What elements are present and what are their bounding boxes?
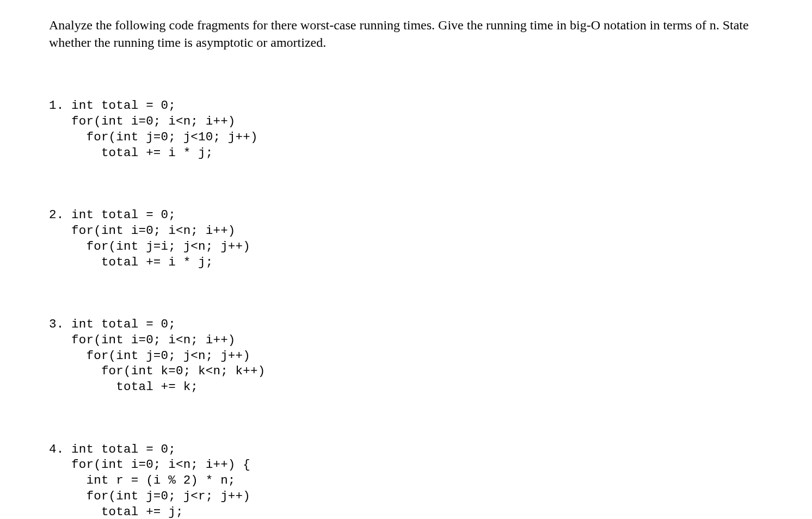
code-block-2: 2. int total = 0; for(int i=0; i<n; i++)…: [49, 207, 763, 270]
code-line: 4. int total = 0;: [49, 442, 176, 456]
code-line: total += i * j;: [49, 255, 213, 269]
code-line: for(int j=i; j<n; j++): [49, 239, 250, 254]
code-line: for(int k=0; k<n; k++): [49, 364, 265, 378]
code-line: for(int i=0; i<n; i++): [49, 114, 236, 128]
code-line: int r = (i % 2) * n;: [49, 473, 236, 487]
code-line: for(int j=0; j<10; j++): [49, 130, 258, 144]
code-line: 1. int total = 0;: [49, 98, 176, 113]
code-line: for(int i=0; i<n; i++): [49, 224, 236, 238]
code-line: for(int j=0; j<r; j++): [49, 489, 250, 503]
intro-paragraph: Analyze the following code fragments for…: [49, 16, 763, 52]
code-line: for(int i=0; i<n; i++) {: [49, 458, 250, 472]
code-block-3: 3. int total = 0; for(int i=0; i<n; i++)…: [49, 317, 763, 395]
code-line: total += i * j;: [49, 146, 213, 160]
code-block-1: 1. int total = 0; for(int i=0; i<n; i++)…: [49, 98, 763, 160]
code-line: for(int i=0; i<n; i++): [49, 333, 236, 347]
code-line: total += j;: [49, 505, 183, 519]
code-block-4: 4. int total = 0; for(int i=0; i<n; i++)…: [49, 442, 763, 519]
code-line: 2. int total = 0;: [49, 208, 176, 222]
code-line: 3. int total = 0;: [49, 317, 176, 331]
code-line: for(int j=0; j<n; j++): [49, 349, 250, 363]
code-line: total += k;: [49, 380, 198, 394]
code-listing: 1. int total = 0; for(int i=0; i<n; i++)…: [49, 67, 763, 519]
